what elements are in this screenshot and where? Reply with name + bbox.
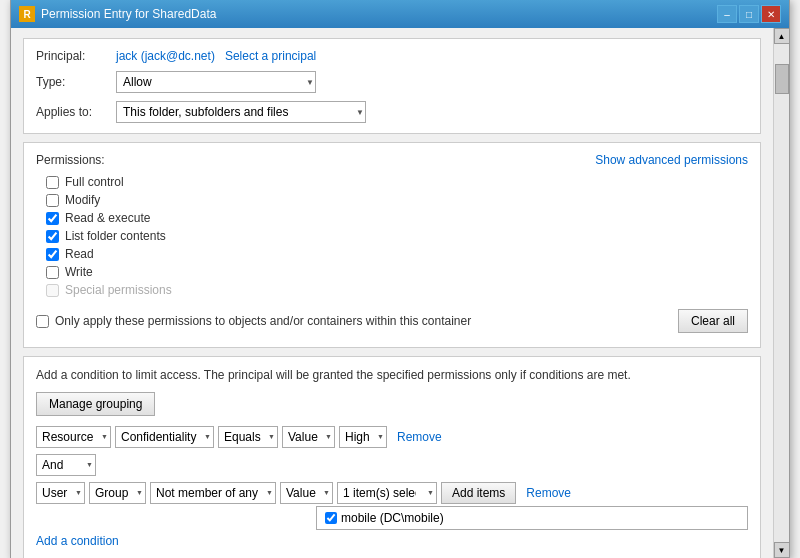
perm-read-label[interactable]: Read: [65, 247, 94, 261]
perm-read-execute-checkbox[interactable]: [46, 212, 59, 225]
permissions-title: Permissions:: [36, 153, 105, 167]
perm-read-execute: Read & execute: [36, 211, 748, 225]
scroll-thumb[interactable]: [775, 64, 789, 94]
cond2-col2-select[interactable]: Group: [89, 482, 146, 504]
perm-full-control-label[interactable]: Full control: [65, 175, 124, 189]
perm-modify-label[interactable]: Modify: [65, 193, 100, 207]
mobile-item: mobile (DC\mobile): [321, 509, 743, 527]
mobile-checkbox[interactable]: [325, 512, 337, 524]
show-advanced-link[interactable]: Show advanced permissions: [595, 153, 748, 167]
cond1-col2-select[interactable]: Confidentiality: [115, 426, 214, 448]
type-label: Type:: [36, 75, 116, 89]
select-principal-link[interactable]: Select a principal: [225, 49, 316, 63]
cond2-remove-link[interactable]: Remove: [526, 486, 571, 500]
condition-description: Add a condition to limit access. The pri…: [36, 367, 748, 384]
and-row: And: [36, 454, 748, 476]
close-button[interactable]: ✕: [761, 5, 781, 23]
perm-read-execute-label[interactable]: Read & execute: [65, 211, 150, 225]
cond2-value-input[interactable]: [337, 482, 437, 504]
add-items-button[interactable]: Add items: [441, 482, 516, 504]
perm-special: Special permissions: [36, 283, 748, 297]
cond1-remove-link[interactable]: Remove: [397, 430, 442, 444]
clear-all-button[interactable]: Clear all: [678, 309, 748, 333]
minimize-button[interactable]: –: [717, 5, 737, 23]
principal-label: Principal:: [36, 49, 116, 63]
perm-list-folder-label[interactable]: List folder contents: [65, 229, 166, 243]
add-condition-link[interactable]: Add a condition: [36, 534, 119, 548]
cond1-col1-select[interactable]: Resource: [36, 426, 111, 448]
perm-write-checkbox[interactable]: [46, 266, 59, 279]
scroll-down-button[interactable]: ▼: [774, 542, 790, 558]
perm-read: Read: [36, 247, 748, 261]
mobile-label: mobile (DC\mobile): [341, 511, 444, 525]
perm-list-folder-checkbox[interactable]: [46, 230, 59, 243]
and-select[interactable]: And: [36, 454, 96, 476]
perm-special-checkbox: [46, 284, 59, 297]
perm-full-control-checkbox[interactable]: [46, 176, 59, 189]
perm-list-folder: List folder contents: [36, 229, 748, 243]
perm-write-label[interactable]: Write: [65, 265, 93, 279]
scroll-track[interactable]: [774, 44, 789, 542]
condition-row-2: User Group Not member of any: [36, 482, 748, 504]
window-controls: – □ ✕: [717, 5, 781, 23]
principal-name: jack (jack@dc.net): [116, 49, 215, 63]
scroll-up-button[interactable]: ▲: [774, 28, 790, 44]
cond2-col1-select[interactable]: User: [36, 482, 85, 504]
type-select[interactable]: Allow: [116, 71, 316, 93]
maximize-button[interactable]: □: [739, 5, 759, 23]
only-apply-label[interactable]: Only apply these permissions to objects …: [55, 314, 678, 328]
perm-special-label: Special permissions: [65, 283, 172, 297]
cond2-col3-select[interactable]: Not member of any: [150, 482, 276, 504]
mobile-dropdown: mobile (DC\mobile): [316, 506, 748, 530]
cond1-col4-select[interactable]: Value: [282, 426, 335, 448]
perm-modify: Modify: [36, 193, 748, 207]
cond1-col3-select[interactable]: Equals: [218, 426, 278, 448]
cond1-col5-select[interactable]: High: [339, 426, 387, 448]
scrollbar: ▲ ▼: [773, 28, 789, 558]
perm-full-control: Full control: [36, 175, 748, 189]
applies-to-label: Applies to:: [36, 105, 116, 119]
only-apply-checkbox[interactable]: [36, 315, 49, 328]
window-title: Permission Entry for SharedData: [41, 7, 216, 21]
perm-modify-checkbox[interactable]: [46, 194, 59, 207]
applies-to-select[interactable]: This folder, subfolders and files: [116, 101, 366, 123]
cond2-col4-select[interactable]: Value: [280, 482, 333, 504]
perm-read-checkbox[interactable]: [46, 248, 59, 261]
manage-grouping-button[interactable]: Manage grouping: [36, 392, 155, 416]
condition-row-1: Resource Confidentiality Equals: [36, 426, 748, 448]
window-icon: R: [19, 6, 35, 22]
perm-write: Write: [36, 265, 748, 279]
